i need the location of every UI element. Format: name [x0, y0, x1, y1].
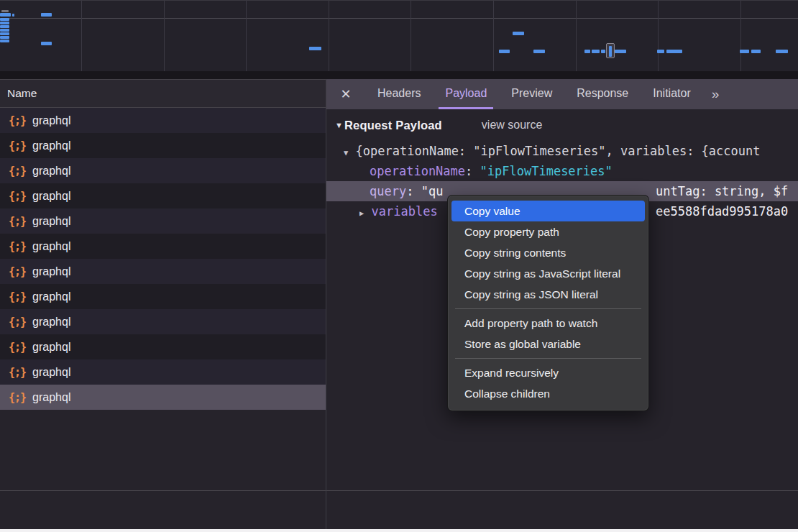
tabs-container: HeadersPayloadPreviewResponseInitiator	[371, 79, 697, 109]
menu-item-store-as-global-variable[interactable]: Store as global variable	[451, 334, 645, 354]
json-braces-icon: {;}	[9, 215, 26, 228]
json-braces-icon: {;}	[9, 190, 26, 203]
column-header-name[interactable]: Name	[0, 79, 326, 108]
overview-request-bar	[609, 46, 612, 57]
json-braces-icon: {;}	[9, 139, 26, 152]
request-row-graphql[interactable]: {;}graphql	[0, 259, 326, 284]
overview-vertical-gridline	[81, 1, 82, 72]
request-row-graphql[interactable]: {;}graphql	[0, 284, 326, 309]
json-braces-icon: {;}	[9, 290, 26, 303]
request-name-label: graphql	[32, 240, 70, 253]
tab-headers[interactable]: Headers	[371, 79, 427, 109]
request-row-graphql[interactable]: {;}graphql	[0, 158, 326, 183]
request-row-graphql[interactable]: {;}graphql	[0, 133, 326, 158]
menu-item-copy-string-as-json-literal[interactable]: Copy string as JSON literal	[451, 284, 645, 305]
request-rows: {;}graphql{;}graphql{;}graphql{;}graphql…	[0, 108, 326, 410]
json-braces-icon: {;}	[9, 165, 26, 178]
menu-separator	[455, 358, 641, 359]
tab-preview[interactable]: Preview	[505, 79, 559, 109]
tab-response[interactable]: Response	[570, 79, 635, 109]
query-value-start: "qu	[421, 184, 444, 198]
request-name-label: graphql	[32, 139, 70, 152]
devtools-window: Name {;}graphql{;}graphql{;}graphql{;}gr…	[0, 0, 798, 532]
menu-item-copy-string-contents[interactable]: Copy string contents	[451, 242, 645, 263]
overview-request-bar	[41, 42, 52, 45]
overview-request-bar	[0, 40, 9, 42]
json-braces-icon: {;}	[9, 114, 26, 127]
overview-request-bar	[0, 18, 9, 21]
request-row-graphql[interactable]: {;}graphql	[0, 208, 326, 234]
overview-request-bar	[12, 14, 14, 17]
overview-request-bar	[666, 50, 682, 53]
overview-request-bar	[584, 50, 590, 53]
overview-request-bar	[751, 50, 761, 53]
menu-separator	[455, 308, 641, 309]
request-payload-section-header[interactable]: ▼Request Payload view source	[326, 109, 798, 141]
request-name-label: graphql	[32, 366, 70, 379]
overview-vertical-gridline	[411, 1, 411, 72]
request-name-label: graphql	[32, 114, 70, 127]
menu-item-collapse-children[interactable]: Collapse children	[451, 383, 645, 404]
query-value-end-fragment: untTag: string, $f	[656, 181, 788, 201]
context-menu: Copy valueCopy property pathCopy string …	[447, 195, 649, 411]
payload-preview-text: {operationName: "ipFlowTimeseries", vari…	[356, 144, 761, 158]
request-row-graphql[interactable]: {;}graphql	[0, 183, 326, 208]
disclosure-triangle-icon: ▶	[359, 203, 364, 223]
json-braces-icon: {;}	[9, 240, 26, 253]
request-name-label: graphql	[32, 190, 70, 203]
more-tabs-icon[interactable]: »	[712, 79, 718, 109]
request-row-graphql[interactable]: {;}graphql	[0, 234, 326, 259]
overview-vertical-gridline	[576, 1, 577, 72]
overview-request-bar	[615, 50, 626, 53]
request-name-label: graphql	[32, 316, 70, 329]
json-braces-icon: {;}	[9, 265, 26, 278]
overview-request-bar	[0, 29, 9, 32]
disclosure-triangle-icon: ▼	[344, 142, 348, 162]
network-overview-timeline[interactable]	[0, 0, 798, 71]
overview-request-bar	[0, 25, 9, 28]
request-row-graphql[interactable]: {;}graphql	[0, 385, 326, 410]
overview-request-bar	[0, 13, 11, 17]
request-row-graphql[interactable]: {;}graphql	[0, 334, 326, 359]
overview-vertical-gridline	[164, 1, 165, 72]
overview-request-bar	[601, 50, 605, 53]
panel-splitter[interactable]	[326, 79, 326, 532]
request-row-graphql[interactable]: {;}graphql	[0, 309, 326, 334]
overview-request-bar	[0, 32, 9, 35]
window-bottom-edge	[0, 529, 798, 532]
overview-vertical-gridline	[329, 1, 329, 72]
request-name-label: graphql	[32, 165, 70, 178]
overview-vertical-gridline	[246, 1, 247, 72]
request-row-graphql[interactable]: {;}graphql	[0, 359, 326, 385]
overview-request-bar	[592, 50, 600, 53]
request-name-label: graphql	[32, 215, 70, 228]
details-tab-bar: ✕ HeadersPayloadPreviewResponseInitiator…	[326, 79, 798, 109]
overview-bottom-strip	[0, 71, 798, 79]
payload-root-row[interactable]: ▼ {operationName: "ipFlowTimeseries", va…	[326, 141, 798, 161]
payload-row-operation-name[interactable]: operationName: "ipFlowTimeseries"	[326, 161, 798, 181]
request-name-label: graphql	[32, 265, 70, 278]
menu-item-expand-recursively[interactable]: Expand recursively	[451, 362, 645, 383]
menu-item-copy-string-as-javascript-literal[interactable]: Copy string as JavaScript literal	[451, 263, 645, 284]
overview-request-bar	[309, 47, 321, 50]
menu-item-copy-value[interactable]: Copy value	[451, 201, 645, 221]
close-icon[interactable]: ✕	[338, 86, 354, 102]
request-row-graphql[interactable]: {;}graphql	[0, 108, 326, 133]
column-header-label: Name	[7, 87, 37, 100]
tab-initiator[interactable]: Initiator	[646, 79, 697, 109]
overview-request-bar	[513, 32, 524, 35]
view-source-link[interactable]: view source	[482, 119, 542, 132]
variables-value-end-fragment: ee5588fdad995178a0	[656, 201, 788, 221]
overview-request-bar	[41, 13, 52, 17]
overview-request-bar	[0, 22, 9, 24]
overview-request-bar	[499, 50, 510, 53]
request-name-label: graphql	[32, 341, 70, 354]
json-braces-icon: {;}	[9, 391, 26, 404]
disclosure-triangle-icon: ▼	[335, 121, 343, 129]
overview-request-bar	[740, 50, 749, 53]
tab-payload[interactable]: Payload	[439, 79, 493, 109]
menu-item-copy-property-path[interactable]: Copy property path	[451, 221, 645, 242]
menu-item-add-property-path-to-watch[interactable]: Add property path to watch	[451, 313, 645, 334]
overview-request-bar	[0, 36, 9, 39]
overview-request-bar	[657, 50, 664, 53]
